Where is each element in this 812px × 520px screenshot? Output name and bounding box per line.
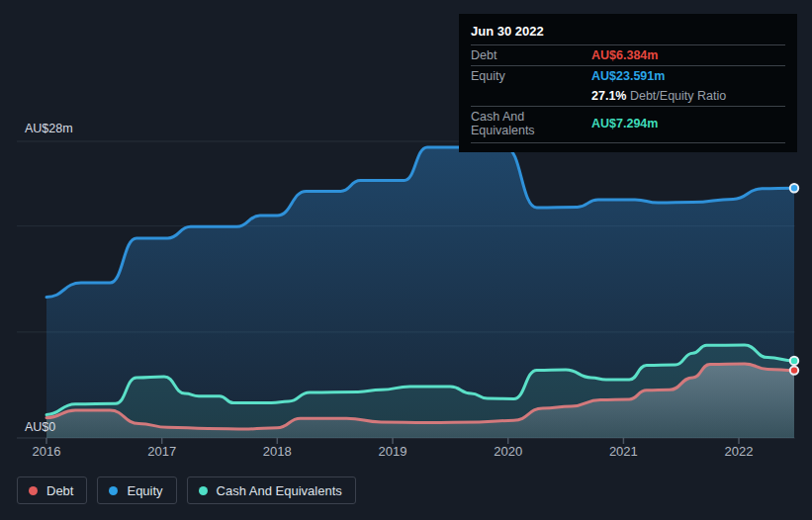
legend-item-cash[interactable]: Cash And Equivalents <box>187 477 356 504</box>
tooltip-debt-label: Debt <box>471 48 591 62</box>
chart-legend: DebtEquityCash And Equivalents <box>17 477 356 504</box>
cash-and-equivalents-end-dot <box>790 357 798 365</box>
x-axis-label-2019: 2019 <box>379 444 407 459</box>
legend-item-debt[interactable]: Debt <box>17 477 87 504</box>
tooltip-equity-value: AU$23.591m <box>591 69 785 83</box>
equity-legend-dot-icon <box>109 486 118 495</box>
y-axis-zero-label: AU$0 <box>25 420 55 434</box>
x-axis-label-2018: 2018 <box>263 444 292 459</box>
x-axis-label-2021: 2021 <box>609 444 638 459</box>
x-axis-label-2022: 2022 <box>725 444 754 459</box>
x-axis-label-2020: 2020 <box>494 444 522 459</box>
chart-tooltip: Jun 30 2022 Debt AU$6.384m Equity AU$23.… <box>459 14 797 152</box>
tooltip-date: Jun 30 2022 <box>471 19 785 44</box>
x-axis-label-2016: 2016 <box>33 444 61 459</box>
legend-label-debt: Debt <box>46 483 73 498</box>
tooltip-equity-row: Equity AU$23.591m <box>471 65 785 86</box>
legend-label-cash: Cash And Equivalents <box>217 483 342 498</box>
debt-equity-history-chart: AU$28m AU$0 2016201720182019202020212022… <box>0 0 812 520</box>
tooltip-ratio-value: 27.1% <box>591 89 626 103</box>
tooltip-cash-label: Cash And Equivalents <box>471 110 591 137</box>
tooltip-cash-row: Cash And Equivalents AU$7.294m <box>471 106 785 143</box>
series-areas <box>46 147 794 438</box>
cash-legend-dot-icon <box>199 486 208 495</box>
debt-end-dot <box>790 366 798 374</box>
x-axis-label-2017: 2017 <box>147 444 176 459</box>
tooltip-debt-row: Debt AU$6.384m <box>471 44 785 65</box>
legend-item-equity[interactable]: Equity <box>97 477 176 504</box>
equity-end-dot <box>790 184 798 192</box>
debt-legend-dot-icon <box>29 486 38 495</box>
y-axis-max-label: AU$28m <box>25 122 73 135</box>
legend-label-equity: Equity <box>127 483 162 498</box>
tooltip-ratio-label: Debt/Equity Ratio <box>630 89 726 103</box>
tooltip-cash-value: AU$7.294m <box>591 117 785 130</box>
tooltip-equity-label: Equity <box>471 69 591 83</box>
tooltip-debt-value: AU$6.384m <box>591 48 785 62</box>
tooltip-ratio-row: 27.1% Debt/Equity Ratio <box>471 86 785 106</box>
